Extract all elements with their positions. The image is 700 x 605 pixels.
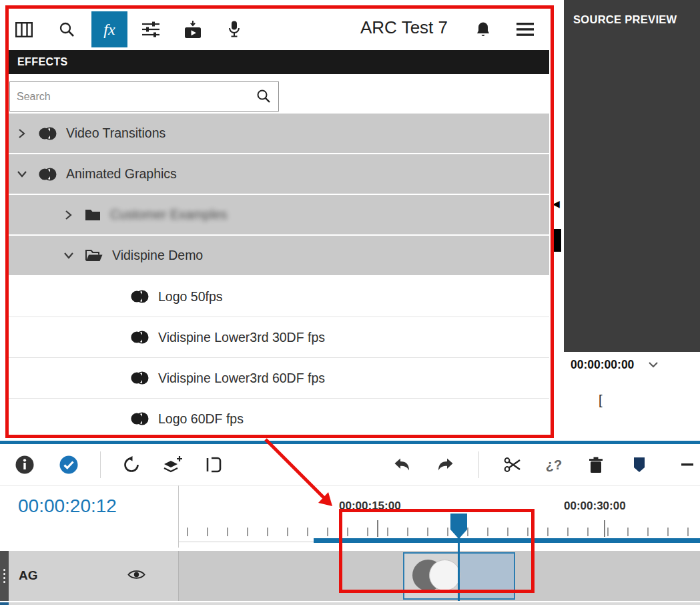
tree-item-label: Logo 50fps bbox=[158, 289, 223, 305]
search-icon[interactable] bbox=[52, 15, 81, 44]
panel-collapse-handle[interactable] bbox=[552, 229, 561, 252]
effects-panel: fx ARC Test 7 EFFECTS bbox=[9, 9, 549, 435]
effects-panel-header: EFFECTS bbox=[9, 50, 549, 74]
media-export-icon[interactable] bbox=[178, 15, 208, 44]
chevron-down-icon bbox=[649, 362, 658, 368]
timeline-ruler[interactable]: 00:00:20:12 00:00:15:00 00:00:30:00 bbox=[0, 485, 700, 548]
effects-search-box bbox=[9, 81, 279, 112]
track-drag-handle[interactable] bbox=[0, 551, 9, 601]
cut-scissors-icon[interactable] bbox=[498, 450, 527, 479]
transition-circle-light bbox=[429, 560, 460, 591]
source-preview-panel: SOURCE PREVIEW 00:00:00:00 [ bbox=[564, 0, 700, 437]
source-preview-title: SOURCE PREVIEW bbox=[573, 13, 677, 26]
current-timecode: 00:00:20:12 bbox=[18, 495, 117, 517]
zoom-out-minus-icon[interactable] bbox=[673, 450, 700, 479]
tree-item-label: Vidispine Lower3rd 60DF fps bbox=[158, 371, 325, 386]
visibility-eye-icon[interactable] bbox=[127, 568, 145, 584]
reset-rotate-icon[interactable] bbox=[117, 450, 146, 479]
tree-item-customer-examples[interactable]: Customer Examples bbox=[9, 195, 549, 236]
toolbar-divider bbox=[100, 451, 101, 478]
check-circle-icon[interactable] bbox=[54, 450, 83, 479]
tree-item-label: Animated Graphics bbox=[66, 166, 177, 182]
ruler-label: 00:00:30:00 bbox=[564, 499, 626, 513]
folder-icon bbox=[85, 208, 101, 221]
effects-tree: Video Transitions Animated Graphics Cu bbox=[9, 114, 549, 435]
ruler-tick-major bbox=[377, 520, 378, 537]
adjust-sliders-icon[interactable] bbox=[136, 15, 165, 44]
folder-open-icon bbox=[85, 249, 103, 262]
transition-group-icon bbox=[38, 167, 57, 182]
tree-item-label: Customer Examples bbox=[110, 207, 228, 222]
chevron-right-icon[interactable] bbox=[63, 210, 85, 220]
animated-graphic-icon bbox=[130, 371, 149, 385]
delete-trash-icon[interactable] bbox=[581, 450, 611, 479]
ruler-tick-major bbox=[604, 520, 605, 537]
tree-item-animated-graphics[interactable]: Animated Graphics bbox=[9, 154, 549, 195]
tree-item-video-transitions[interactable]: Video Transitions bbox=[9, 114, 549, 154]
toolbar-divider bbox=[478, 451, 479, 478]
add-layer-icon[interactable] bbox=[157, 450, 187, 479]
marker-bookmark-icon[interactable] bbox=[625, 450, 654, 479]
tree-item-label: Vidispine Lower3rd 30DF fps bbox=[158, 330, 325, 345]
undo-icon[interactable] bbox=[387, 450, 416, 479]
ruler-label: 00:00:15:00 bbox=[339, 499, 401, 513]
tree-item-effect[interactable]: Logo 50fps bbox=[9, 276, 549, 317]
top-toolbar: fx ARC Test 7 bbox=[9, 9, 549, 50]
track2-color-chip bbox=[0, 602, 9, 605]
transition-group-icon bbox=[38, 126, 57, 141]
app-window: fx ARC Test 7 EFFECTS bbox=[0, 0, 700, 605]
insert-bracket-icon[interactable] bbox=[199, 450, 228, 479]
timeline-panel: ¿? 00:00:20:12 00:00:15:00 00:00:30:00 bbox=[0, 441, 700, 605]
source-timecode-dropdown[interactable]: 00:00:00:00 bbox=[571, 358, 658, 372]
tree-item-effect[interactable]: Vidispine Lower3rd 60DF fps bbox=[9, 358, 549, 399]
track-name: AG bbox=[19, 568, 38, 583]
menu-hamburger-icon[interactable] bbox=[510, 15, 540, 44]
effects-fx-tab[interactable]: fx bbox=[91, 11, 127, 47]
animated-graphic-icon bbox=[130, 411, 149, 426]
search-icon[interactable] bbox=[256, 89, 271, 106]
clip-selected-region bbox=[459, 554, 514, 598]
chevron-down-icon[interactable] bbox=[63, 250, 85, 260]
source-preview-screen bbox=[564, 0, 700, 352]
timeline-track-row-2 bbox=[0, 602, 700, 605]
panels-layout-icon[interactable] bbox=[9, 15, 39, 44]
chevron-down-icon[interactable] bbox=[17, 169, 38, 179]
ruler-ticks bbox=[187, 528, 700, 536]
tree-item-label: Video Transitions bbox=[66, 126, 165, 141]
effects-panel-title: EFFECTS bbox=[17, 56, 68, 68]
mark-in-bracket: [ bbox=[599, 393, 603, 408]
tree-item-vidispine-demo[interactable]: Vidispine Demo bbox=[9, 236, 549, 276]
microphone-icon[interactable] bbox=[220, 15, 249, 44]
source-timecode: 00:00:00:00 bbox=[571, 358, 634, 372]
timeline-toolbar: ¿? bbox=[0, 444, 700, 486]
playhead-line bbox=[458, 538, 460, 601]
timeline-timecode-box: 00:00:20:12 bbox=[0, 485, 179, 548]
track-header[interactable]: AG bbox=[9, 551, 179, 601]
app-title: ARC Test 7 bbox=[360, 17, 448, 38]
timeline-range-bar bbox=[314, 538, 700, 543]
tree-item-effect[interactable]: Logo 60DF fps bbox=[9, 399, 549, 435]
help-question-icon[interactable]: ¿? bbox=[539, 450, 569, 479]
tree-item-label: Vidispine Demo bbox=[112, 248, 203, 263]
chevron-right-icon[interactable] bbox=[17, 128, 38, 139]
tree-item-label: Logo 60DF fps bbox=[158, 411, 244, 427]
notifications-bell-icon[interactable] bbox=[468, 15, 498, 44]
fx-icon: fx bbox=[103, 21, 115, 39]
effects-search-input[interactable] bbox=[9, 81, 279, 112]
info-icon[interactable] bbox=[10, 450, 39, 479]
redo-icon[interactable] bbox=[431, 450, 460, 479]
animated-graphic-icon bbox=[130, 330, 149, 345]
tree-item-effect[interactable]: Vidispine Lower3rd 30DF fps bbox=[9, 317, 549, 358]
timeline-track-row: AG bbox=[0, 551, 700, 601]
panel-collapse-arrow-icon[interactable]: ◀ bbox=[553, 198, 560, 209]
animated-graphic-icon bbox=[130, 289, 149, 304]
